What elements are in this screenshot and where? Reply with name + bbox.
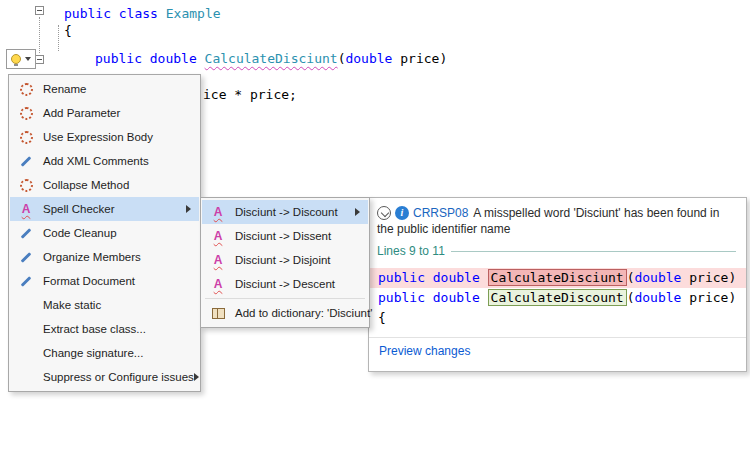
added-identifier-token: CalculateDiscount [488,289,627,306]
keyword-token: public double [378,270,488,285]
menu-item-label: Code Cleanup [43,227,117,239]
removed-identifier-token: CalculateDisciunt [488,269,627,286]
preview-changes-link[interactable]: Preview changes [379,344,470,358]
menu-item-add-xml-comments[interactable]: Add XML Comments [10,149,199,173]
dictionary-book-icon [207,308,229,319]
refactoring-context-menu: Rename Add Parameter Use Expression Body… [8,74,201,392]
spell-checker-icon [207,206,229,218]
preview-footer: Preview changes [369,337,746,364]
keyword-token: public double [378,290,488,305]
menu-item-make-static[interactable]: Make static [10,293,199,317]
code-line-open-brace[interactable]: { [64,23,72,38]
menu-item-suppress-or-configure[interactable]: Suppress or Configure issues [10,365,199,389]
keyword-token: public class [64,6,166,21]
class-name-token: Example [166,6,221,21]
menu-item-add-parameter[interactable]: Add Parameter [10,101,199,125]
menu-item-label: Change signature... [43,347,143,359]
submenu-item-add-to-dictionary[interactable]: Add to dictionary: 'Disciunt' [202,301,368,325]
statement-token: ice * price; [203,87,297,102]
menu-item-rename[interactable]: Rename [10,77,199,101]
brace-token: { [378,310,386,325]
menu-item-change-signature[interactable]: Change signature... [10,341,199,365]
menu-item-use-expression-body[interactable]: Use Expression Body [10,125,199,149]
submenu-arrow-icon [194,373,199,381]
menu-item-label: Suppress or Configure issues [43,371,194,383]
code-diff-preview: public double CalculateDisciunt(double p… [369,268,746,328]
diagnostic-code: CRRSP08 [413,206,468,220]
code-line-method-signature[interactable]: public double CalculateDisciunt(double p… [95,51,447,66]
menu-item-label: Add to dictionary: 'Disciunt' [235,307,372,319]
diagnostic-header: CRRSP08A misspelled word 'Disciunt' has … [369,198,746,237]
keyword-token: double [345,51,392,66]
divider-line [451,251,736,252]
keyword-token: double [634,290,681,305]
outline-collapse-icon[interactable] [35,6,44,15]
submenu-item-discount[interactable]: Disciunt -> Discount [202,200,368,224]
menu-separator [205,298,365,299]
menu-item-label: Disciunt -> Dissent [235,230,331,242]
code-line-partial-statement[interactable]: ice * price; [203,87,297,102]
menu-item-label: Make static [43,299,101,311]
misspelled-method-name-token: CalculateDisciunt [205,51,338,66]
refactor-gear-icon [15,83,37,96]
code-line-class-declaration[interactable]: public class Example [64,6,221,21]
param-token: price) [681,290,736,305]
menu-item-label: Disciunt -> Descent [235,278,335,290]
submenu-item-disjoint[interactable]: Disciunt -> Disjoint [202,248,368,272]
diagnostic-preview-panel: CRRSP08A misspelled word 'Disciunt' has … [368,197,747,372]
refactor-gear-icon [15,107,37,120]
chevron-down-circle-icon[interactable] [377,206,391,220]
menu-item-label: Add XML Comments [43,155,149,167]
menu-item-label: Organize Members [43,251,141,263]
menu-item-label: Extract base class... [43,323,146,335]
submenu-item-dissent[interactable]: Disciunt -> Dissent [202,224,368,248]
code-fix-pencil-icon [15,280,37,283]
lines-range-label: Lines 9 to 11 [377,244,445,258]
spell-checker-submenu: Disciunt -> Discount Disciunt -> Dissent… [200,197,370,328]
menu-item-label: Disciunt -> Discount [235,206,338,218]
menu-item-extract-base-class[interactable]: Extract base class... [10,317,199,341]
menu-item-spell-checker[interactable]: Spell Checker [10,197,199,221]
diff-added-line: public double CalculateDiscount(double p… [369,288,746,308]
refactor-gear-icon [15,131,37,144]
menu-item-label: Use Expression Body [43,131,153,143]
lightbulb-icon [11,54,21,64]
code-fix-pencil-icon [15,256,37,259]
brace-token: { [64,23,72,38]
code-fix-pencil-icon [15,160,37,163]
diff-removed-line: public double CalculateDisciunt(double p… [369,268,746,288]
info-icon [395,206,409,220]
spell-checker-icon [207,230,229,242]
outline-collapse-icon[interactable] [35,55,44,64]
menu-item-code-cleanup[interactable]: Code Cleanup [10,221,199,245]
chevron-down-icon[interactable] [25,57,31,61]
lines-range-row: Lines 9 to 11 [377,244,736,258]
keyword-token: public double [95,51,205,66]
spell-checker-icon [207,254,229,266]
diff-brace-line: { [369,308,746,328]
code-fix-pencil-icon [15,232,37,235]
refactor-gear-icon [15,179,37,192]
indent-guide-line [58,25,59,51]
menu-item-organize-members[interactable]: Organize Members [10,245,199,269]
spell-checker-icon [15,203,37,215]
menu-item-collapse-method[interactable]: Collapse Method [10,173,199,197]
menu-item-format-document[interactable]: Format Document [10,269,199,293]
menu-item-label: Rename [43,83,86,95]
menu-item-label: Collapse Method [43,179,129,191]
submenu-item-descent[interactable]: Disciunt -> Descent [202,272,368,296]
submenu-arrow-icon [355,208,360,216]
menu-item-label: Disciunt -> Disjoint [235,254,331,266]
quick-actions-lightbulb[interactable] [6,49,36,69]
menu-item-label: Format Document [43,275,135,287]
submenu-arrow-icon [186,205,191,213]
menu-item-label: Add Parameter [43,107,120,119]
param-token: price) [392,51,447,66]
menu-item-label: Spell Checker [43,203,115,215]
keyword-token: double [634,270,681,285]
outline-guide-line [39,17,40,53]
param-token: price) [681,270,736,285]
spell-checker-icon [207,278,229,290]
